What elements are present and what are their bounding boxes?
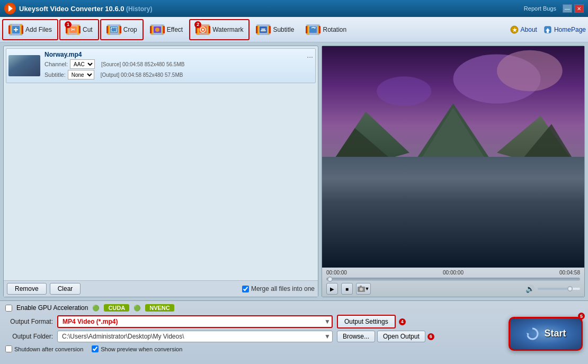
svg-text:★: ★ xyxy=(512,27,517,33)
volume-icon: 🔊 xyxy=(525,285,534,293)
effect-button[interactable]: Effect xyxy=(145,19,188,40)
merge-checkbox[interactable] xyxy=(242,286,249,292)
gpu-checkbox[interactable] xyxy=(5,305,12,312)
format-row: Output Format: ▼ Output Settings 4 xyxy=(5,315,504,329)
channel-select[interactable]: AAC xyxy=(70,59,95,69)
source-meta: [Source] 00:04:58 852x480 56.5MB xyxy=(101,61,184,67)
svg-rect-71 xyxy=(366,227,541,228)
filelist-area: Norway.mp4 Channel: AAC [Source] 00:04:5… xyxy=(4,46,318,280)
svg-marker-75 xyxy=(527,333,529,336)
nvenc-badge: NVENC xyxy=(145,304,174,312)
crop-button[interactable]: Crop xyxy=(100,19,144,40)
svg-rect-45 xyxy=(261,29,265,30)
toolbar: Add Files ✂ Cut 1 xyxy=(0,17,588,42)
screenshot-button[interactable]: ▼ xyxy=(356,283,371,295)
play-button[interactable]: ▶ xyxy=(326,283,338,295)
bottom-main: Output Format: ▼ Output Settings 4 Outpu… xyxy=(5,315,583,352)
svg-rect-44 xyxy=(261,30,266,31)
progress-thumb[interactable] xyxy=(327,277,333,282)
svg-rect-49 xyxy=(307,25,309,34)
svg-rect-20 xyxy=(118,25,120,34)
file-thumbnail xyxy=(8,55,40,76)
volume-thumb[interactable] xyxy=(567,286,573,291)
svg-rect-19 xyxy=(108,25,110,34)
format-dropdown-arrow[interactable]: ▼ xyxy=(324,318,331,325)
preview-panel: 00:00:00 00:00:00 00:04:58 ▶ ■ ▼ xyxy=(322,46,585,297)
merge-checkbox-group: Merge all files into one xyxy=(242,285,315,292)
svg-rect-50 xyxy=(317,25,319,34)
volume-slider[interactable] xyxy=(538,288,580,290)
folder-row: Output Folder: ▼ Browse... Open Output 6 xyxy=(5,331,504,342)
format-input[interactable] xyxy=(57,315,333,328)
svg-rect-5 xyxy=(20,24,22,35)
svg-rect-26 xyxy=(152,25,153,34)
svg-marker-0 xyxy=(8,5,13,12)
minimize-button[interactable]: — xyxy=(563,4,572,13)
folder-label: Output Folder: xyxy=(5,333,53,340)
format-label: Output Format: xyxy=(5,318,53,325)
merge-label: Merge all files into one xyxy=(251,285,315,292)
report-bugs-link[interactable]: Report Bugs xyxy=(524,5,556,12)
stop-button[interactable]: ■ xyxy=(341,283,353,295)
subtitle-button[interactable]: Subtitle xyxy=(251,19,299,40)
preview-image xyxy=(322,46,584,268)
start-button-area: Start 5 xyxy=(509,315,583,352)
folder-input[interactable] xyxy=(57,331,333,342)
svg-rect-69 xyxy=(377,194,530,196)
start-refresh-icon xyxy=(525,326,540,341)
browse-group: Browse... Open Output 6 xyxy=(337,331,434,342)
cut-button[interactable]: ✂ Cut 1 xyxy=(59,19,99,40)
folder-dropdown-arrow[interactable]: ▼ xyxy=(324,333,331,340)
close-button[interactable]: ✕ xyxy=(574,4,584,13)
watermark-button[interactable]: Watermark 2 xyxy=(189,19,250,40)
start-button[interactable]: Start xyxy=(509,317,583,351)
options-row: Shutdown after conversion Show preview w… xyxy=(5,345,504,352)
file-menu-button[interactable]: ... xyxy=(307,51,313,59)
svg-point-59 xyxy=(377,76,431,106)
nvidia-icon-nvenc: 🟢 xyxy=(133,305,141,312)
svg-rect-42 xyxy=(268,25,269,34)
file-info: Norway.mp4 Channel: AAC [Source] 00:04:5… xyxy=(44,51,302,81)
svg-point-37 xyxy=(202,29,204,31)
output-meta: [Output] 00:04:58 852x480 57.5MB xyxy=(101,72,183,78)
cut-badge: 1 xyxy=(65,21,72,28)
rotation-button[interactable]: Rotation xyxy=(300,19,352,40)
channel-label: Channel: xyxy=(44,61,68,67)
add-files-button[interactable]: Add Files xyxy=(2,19,58,40)
gpu-label: Enable GPU Acceleration xyxy=(16,304,88,312)
svg-rect-74 xyxy=(360,286,362,287)
svg-text:✂: ✂ xyxy=(71,27,75,32)
show-preview-label: Show preview when conversion xyxy=(92,345,182,352)
output-settings-button[interactable]: Output Settings xyxy=(337,315,396,329)
browse-button[interactable]: Browse... xyxy=(337,331,375,342)
cuda-badge: CUDA xyxy=(104,304,129,312)
app-title: Ukeysoft Video Converter 10.6.0 (History… xyxy=(19,5,524,13)
preview-controls: 00:00:00 00:00:00 00:04:58 ▶ ■ ▼ xyxy=(322,268,584,297)
homepage-link[interactable]: HomePage xyxy=(554,26,586,33)
svg-point-29 xyxy=(155,28,159,32)
progress-track[interactable] xyxy=(326,278,580,281)
gpu-row: Enable GPU Acceleration 🟢 CUDA 🟢 NVENC xyxy=(5,304,583,312)
filelist-footer: Remove Clear Merge all files into one xyxy=(4,280,318,297)
about-link[interactable]: About xyxy=(521,26,537,33)
effect-icon xyxy=(150,22,165,37)
show-preview-checkbox[interactable] xyxy=(92,345,99,352)
toolbar-right: ★ About HomePage xyxy=(510,25,586,34)
svg-rect-13 xyxy=(77,25,79,34)
titlebar: Ukeysoft Video Converter 10.6.0 (History… xyxy=(0,0,588,17)
watermark-badge: 2 xyxy=(194,21,201,28)
clear-button[interactable]: Clear xyxy=(50,283,81,295)
open-output-button[interactable]: Open Output xyxy=(377,331,425,342)
shutdown-checkbox[interactable] xyxy=(5,345,12,352)
subtitle-icon xyxy=(256,22,271,37)
time-bar: 00:00:00 00:00:00 00:04:58 xyxy=(326,270,580,276)
rotation-icon xyxy=(306,22,320,37)
remove-button[interactable]: Remove xyxy=(7,283,47,295)
subtitle-select[interactable]: None xyxy=(68,70,94,79)
main-content: Norway.mp4 Channel: AAC [Source] 00:04:5… xyxy=(0,42,588,300)
svg-point-58 xyxy=(497,50,563,91)
svg-rect-70 xyxy=(388,210,519,212)
add-files-icon xyxy=(8,22,23,37)
window-controls: — ✕ xyxy=(563,4,584,13)
svg-marker-67 xyxy=(404,202,503,268)
